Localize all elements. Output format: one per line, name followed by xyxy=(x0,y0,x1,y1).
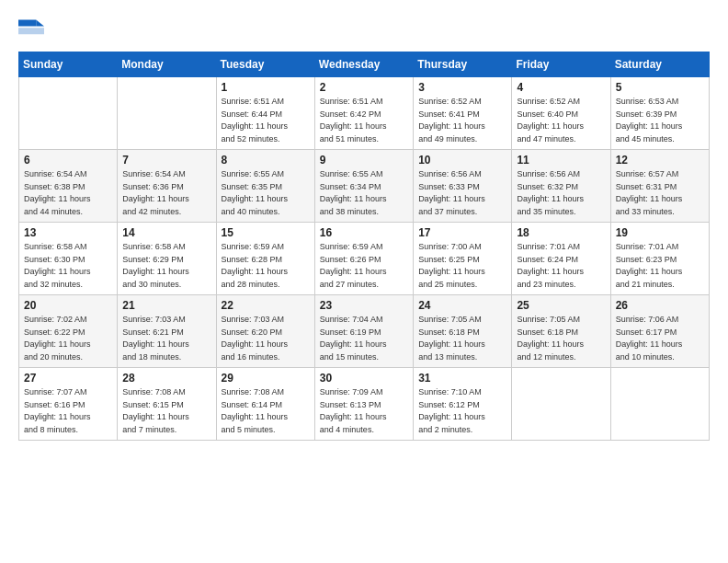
day-info: Sunrise: 7:05 AM Sunset: 6:18 PM Dayligh… xyxy=(418,314,506,363)
calendar-cell: 5Sunrise: 6:53 AM Sunset: 6:39 PM Daylig… xyxy=(610,77,709,150)
day-number: 25 xyxy=(517,299,605,312)
header xyxy=(18,17,710,42)
calendar-cell: 15Sunrise: 6:59 AM Sunset: 6:28 PM Dayli… xyxy=(216,223,314,295)
day-info: Sunrise: 7:07 AM Sunset: 6:16 PM Dayligh… xyxy=(24,386,112,436)
calendar-week-row: 13Sunrise: 6:58 AM Sunset: 6:30 PM Dayli… xyxy=(19,223,710,295)
calendar-cell xyxy=(118,77,216,150)
day-info: Sunrise: 7:06 AM Sunset: 6:17 PM Dayligh… xyxy=(616,314,704,363)
day-info: Sunrise: 7:04 AM Sunset: 6:19 PM Dayligh… xyxy=(320,314,408,363)
calendar-cell: 1Sunrise: 6:51 AM Sunset: 6:44 PM Daylig… xyxy=(216,77,314,150)
weekday-header-monday: Monday xyxy=(118,52,216,77)
day-number: 6 xyxy=(24,154,112,167)
day-number: 27 xyxy=(24,372,112,385)
calendar-cell: 6Sunrise: 6:54 AM Sunset: 6:38 PM Daylig… xyxy=(19,150,118,223)
calendar-cell: 26Sunrise: 7:06 AM Sunset: 6:17 PM Dayli… xyxy=(610,295,709,368)
calendar-cell: 29Sunrise: 7:08 AM Sunset: 6:14 PM Dayli… xyxy=(216,368,314,441)
day-number: 24 xyxy=(418,299,506,312)
day-number: 2 xyxy=(320,81,408,94)
calendar-cell: 31Sunrise: 7:10 AM Sunset: 6:12 PM Dayli… xyxy=(414,368,512,441)
day-info: Sunrise: 6:55 AM Sunset: 6:35 PM Dayligh… xyxy=(222,168,310,218)
weekday-header-sunday: Sunday xyxy=(19,52,118,77)
calendar-cell: 13Sunrise: 6:58 AM Sunset: 6:30 PM Dayli… xyxy=(19,223,118,295)
calendar-cell: 10Sunrise: 6:56 AM Sunset: 6:33 PM Dayli… xyxy=(414,150,512,223)
day-number: 16 xyxy=(320,226,408,239)
calendar-cell xyxy=(610,368,709,441)
calendar-cell: 9Sunrise: 6:55 AM Sunset: 6:34 PM Daylig… xyxy=(314,150,413,223)
calendar-week-row: 1Sunrise: 6:51 AM Sunset: 6:44 PM Daylig… xyxy=(19,77,710,150)
day-number: 21 xyxy=(122,299,210,312)
calendar-cell: 4Sunrise: 6:52 AM Sunset: 6:40 PM Daylig… xyxy=(512,77,610,150)
day-info: Sunrise: 7:03 AM Sunset: 6:21 PM Dayligh… xyxy=(122,314,210,363)
day-number: 13 xyxy=(24,226,112,239)
day-number: 28 xyxy=(122,372,210,385)
day-number: 10 xyxy=(418,154,506,167)
day-info: Sunrise: 6:52 AM Sunset: 6:41 PM Dayligh… xyxy=(418,96,506,145)
logo xyxy=(18,17,48,42)
day-number: 15 xyxy=(222,226,310,239)
calendar-cell: 21Sunrise: 7:03 AM Sunset: 6:21 PM Dayli… xyxy=(118,295,216,368)
calendar-cell: 18Sunrise: 7:01 AM Sunset: 6:24 PM Dayli… xyxy=(512,223,610,295)
calendar-cell: 28Sunrise: 7:08 AM Sunset: 6:15 PM Dayli… xyxy=(118,368,216,441)
calendar-week-row: 20Sunrise: 7:02 AM Sunset: 6:22 PM Dayli… xyxy=(19,295,710,368)
day-info: Sunrise: 7:03 AM Sunset: 6:20 PM Dayligh… xyxy=(222,314,310,363)
day-number: 18 xyxy=(517,226,605,239)
calendar-cell: 23Sunrise: 7:04 AM Sunset: 6:19 PM Dayli… xyxy=(314,295,413,368)
calendar-cell: 25Sunrise: 7:05 AM Sunset: 6:18 PM Dayli… xyxy=(512,295,610,368)
day-number: 31 xyxy=(418,372,506,385)
calendar-cell xyxy=(19,77,118,150)
day-info: Sunrise: 7:00 AM Sunset: 6:25 PM Dayligh… xyxy=(418,241,506,291)
day-info: Sunrise: 7:08 AM Sunset: 6:14 PM Dayligh… xyxy=(222,386,310,436)
calendar-cell: 2Sunrise: 6:51 AM Sunset: 6:42 PM Daylig… xyxy=(314,77,413,150)
calendar-cell: 3Sunrise: 6:52 AM Sunset: 6:41 PM Daylig… xyxy=(414,77,512,150)
day-info: Sunrise: 6:52 AM Sunset: 6:40 PM Dayligh… xyxy=(517,96,605,145)
weekday-header-friday: Friday xyxy=(512,52,610,77)
calendar-cell xyxy=(512,368,610,441)
calendar-cell: 12Sunrise: 6:57 AM Sunset: 6:31 PM Dayli… xyxy=(610,150,709,223)
day-info: Sunrise: 6:57 AM Sunset: 6:31 PM Dayligh… xyxy=(616,168,704,218)
logo-icon xyxy=(18,17,44,42)
weekday-header-row: SundayMondayTuesdayWednesdayThursdayFrid… xyxy=(19,52,710,77)
calendar-cell: 27Sunrise: 7:07 AM Sunset: 6:16 PM Dayli… xyxy=(19,368,118,441)
svg-marker-0 xyxy=(36,20,44,27)
calendar-cell: 17Sunrise: 7:00 AM Sunset: 6:25 PM Dayli… xyxy=(414,223,512,295)
day-number: 20 xyxy=(24,299,112,312)
weekday-header-saturday: Saturday xyxy=(610,52,709,77)
day-info: Sunrise: 6:51 AM Sunset: 6:42 PM Dayligh… xyxy=(320,96,408,145)
weekday-header-wednesday: Wednesday xyxy=(314,52,413,77)
day-number: 1 xyxy=(222,81,310,94)
day-number: 26 xyxy=(616,299,704,312)
day-number: 8 xyxy=(222,154,310,167)
day-number: 11 xyxy=(517,154,605,167)
day-number: 14 xyxy=(122,226,210,239)
day-info: Sunrise: 6:54 AM Sunset: 6:36 PM Dayligh… xyxy=(122,168,210,218)
weekday-header-thursday: Thursday xyxy=(414,52,512,77)
day-number: 29 xyxy=(222,372,310,385)
weekday-header-tuesday: Tuesday xyxy=(216,52,314,77)
day-info: Sunrise: 7:05 AM Sunset: 6:18 PM Dayligh… xyxy=(517,314,605,363)
calendar-week-row: 6Sunrise: 6:54 AM Sunset: 6:38 PM Daylig… xyxy=(19,150,710,223)
day-number: 12 xyxy=(616,154,704,167)
calendar-cell: 30Sunrise: 7:09 AM Sunset: 6:13 PM Dayli… xyxy=(314,368,413,441)
day-info: Sunrise: 7:01 AM Sunset: 6:23 PM Dayligh… xyxy=(616,241,704,291)
day-info: Sunrise: 6:56 AM Sunset: 6:33 PM Dayligh… xyxy=(418,168,506,218)
day-info: Sunrise: 6:58 AM Sunset: 6:30 PM Dayligh… xyxy=(24,241,112,291)
day-number: 4 xyxy=(517,81,605,94)
day-info: Sunrise: 6:56 AM Sunset: 6:32 PM Dayligh… xyxy=(517,168,605,218)
calendar-cell: 11Sunrise: 6:56 AM Sunset: 6:32 PM Dayli… xyxy=(512,150,610,223)
day-info: Sunrise: 6:54 AM Sunset: 6:38 PM Dayligh… xyxy=(24,168,112,218)
day-number: 23 xyxy=(320,299,408,312)
day-info: Sunrise: 7:01 AM Sunset: 6:24 PM Dayligh… xyxy=(517,241,605,291)
day-info: Sunrise: 6:59 AM Sunset: 6:26 PM Dayligh… xyxy=(320,241,408,291)
calendar-page: SundayMondayTuesdayWednesdayThursdayFrid… xyxy=(0,0,728,563)
calendar-cell: 16Sunrise: 6:59 AM Sunset: 6:26 PM Dayli… xyxy=(314,223,413,295)
day-number: 30 xyxy=(320,372,408,385)
day-number: 5 xyxy=(616,81,704,94)
day-info: Sunrise: 6:58 AM Sunset: 6:29 PM Dayligh… xyxy=(122,241,210,291)
svg-rect-1 xyxy=(18,20,36,27)
calendar-cell: 22Sunrise: 7:03 AM Sunset: 6:20 PM Dayli… xyxy=(216,295,314,368)
svg-rect-2 xyxy=(18,28,44,34)
day-info: Sunrise: 7:10 AM Sunset: 6:12 PM Dayligh… xyxy=(418,386,506,436)
calendar-cell: 20Sunrise: 7:02 AM Sunset: 6:22 PM Dayli… xyxy=(19,295,118,368)
calendar-cell: 7Sunrise: 6:54 AM Sunset: 6:36 PM Daylig… xyxy=(118,150,216,223)
calendar-cell: 19Sunrise: 7:01 AM Sunset: 6:23 PM Dayli… xyxy=(610,223,709,295)
